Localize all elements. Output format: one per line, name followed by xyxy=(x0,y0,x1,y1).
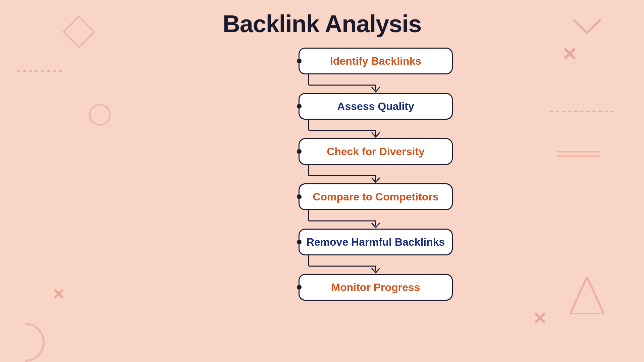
flow-label-4: Compare to Competitors xyxy=(313,191,438,203)
flow-item-4: Compare to Competitors xyxy=(191,183,453,210)
flow-dot-4 xyxy=(297,194,302,199)
flow-label-3: Check for Diversity xyxy=(327,145,425,158)
flow-box-5: Remove Harmful Backlinks xyxy=(299,229,453,255)
flow-item-6: Monitor Progress xyxy=(191,274,453,301)
x-decoration-top-right: ✕ xyxy=(561,44,577,65)
flow-box-4: Compare to Competitors xyxy=(299,183,453,210)
flow-dot-1 xyxy=(297,59,302,63)
page-title: Backlink Analysis xyxy=(223,10,422,38)
flow-dot-5 xyxy=(297,240,302,244)
flow-label-6: Monitor Progress xyxy=(331,281,420,294)
flow-box-1: Identify Backlinks xyxy=(299,48,453,74)
flow-dot-3 xyxy=(297,149,302,154)
flow-item-2: Assess Quality xyxy=(191,93,453,120)
dash-line-left xyxy=(17,70,64,72)
x-decoration-left-bottom: ✕ xyxy=(52,286,65,303)
flow-container: Identify Backlinks Assess Quality xyxy=(191,48,453,301)
x-decoration-right-bottom: ✕ xyxy=(533,309,547,328)
chevron-decoration xyxy=(573,6,601,35)
flow-item-3: Check for Diversity xyxy=(191,138,453,165)
flow-box-3: Check for Diversity xyxy=(299,138,453,165)
flow-dot-6 xyxy=(297,285,302,290)
triangle-decoration xyxy=(570,277,604,315)
flow-item-1: Identify Backlinks xyxy=(191,48,453,74)
diamond-decoration xyxy=(62,15,96,49)
circle-decoration-left xyxy=(89,104,111,126)
flow-box-2: Assess Quality xyxy=(299,93,453,120)
lines-decoration-right xyxy=(557,151,600,161)
flow-connector-1 xyxy=(191,74,453,93)
partial-circle-decoration xyxy=(3,320,47,362)
flow-label-2: Assess Quality xyxy=(337,100,414,113)
flow-connector-3 xyxy=(191,165,453,183)
dash-line-right xyxy=(550,111,617,112)
flow-connector-5 xyxy=(191,255,453,274)
flow-connector-4 xyxy=(191,210,453,229)
svg-marker-0 xyxy=(570,277,604,314)
flow-connector-2 xyxy=(191,120,453,138)
flow-dot-2 xyxy=(297,104,302,109)
flow-item-5: Remove Harmful Backlinks xyxy=(191,229,453,255)
main-content: Backlink Analysis Identify Backlinks Ass… xyxy=(191,0,453,301)
flow-label-1: Identify Backlinks xyxy=(330,55,421,67)
flow-label-5: Remove Harmful Backlinks xyxy=(307,236,445,248)
flow-box-6: Monitor Progress xyxy=(299,274,453,301)
